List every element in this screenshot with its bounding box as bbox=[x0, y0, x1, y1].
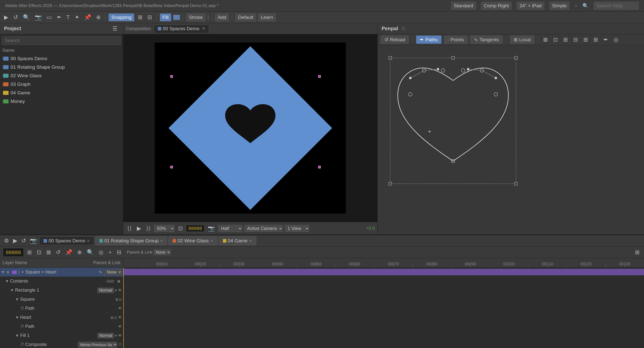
rect-tool-btn[interactable]: ▭ bbox=[45, 13, 53, 22]
timeline-settings-btn[interactable]: ⚙ bbox=[3, 237, 11, 245]
tangents-btn[interactable]: ∿ Tangents bbox=[470, 35, 503, 44]
layer-parent-select-0[interactable]: None bbox=[105, 269, 122, 275]
timeline-tab-1[interactable]: 01 Rotating Shape Group ✕ bbox=[95, 236, 168, 245]
align-left-icon-btn[interactable]: ⊠ bbox=[542, 35, 549, 44]
default-btn[interactable]: Default bbox=[235, 13, 256, 21]
timeline-tab-2[interactable]: 02 Wine Glass ✕ bbox=[168, 236, 218, 245]
align-right-icon-btn[interactable]: ⊞ bbox=[562, 35, 569, 44]
timeline-play-btn[interactable]: ▶ bbox=[12, 237, 19, 245]
view-count-select[interactable]: 1 View2 Views bbox=[285, 225, 309, 232]
standard-btn[interactable]: Standard bbox=[451, 2, 476, 10]
tl-ctrl-btn-2[interactable]: ⊡ bbox=[35, 248, 43, 257]
timeline-tab-0[interactable]: 00 Spaces Demo ✕ bbox=[39, 236, 94, 245]
frame-back-btn[interactable]: ⟨⟨ bbox=[126, 224, 133, 233]
project-item-03-graph[interactable]: 03 Graph bbox=[0, 80, 123, 89]
learn-btn[interactable]: Learn bbox=[258, 13, 276, 21]
project-menu-btn[interactable]: ☰ bbox=[111, 24, 119, 33]
pen-tool-btn[interactable]: ✒ bbox=[55, 13, 63, 22]
align-center-icon-btn[interactable]: ⊡ bbox=[552, 35, 559, 44]
layer-row-contents[interactable]: ▼ Contents Add: ⊕ bbox=[0, 277, 123, 286]
stroke-btn[interactable]: Stroke bbox=[186, 13, 206, 21]
distribute-v-icon-btn[interactable]: ⊞ bbox=[582, 35, 589, 44]
fit-to-window-btn[interactable]: ⊡ bbox=[177, 224, 184, 233]
project-item-00-spaces-demo[interactable]: 00 Spaces Demo bbox=[0, 54, 123, 63]
rect1-visibility[interactable]: 👁 bbox=[118, 288, 122, 293]
tl-ctrl-btn-5[interactable]: 📌 bbox=[64, 248, 74, 257]
tl-ctrl-btn-10[interactable]: ⊟ bbox=[115, 248, 123, 257]
simple-btn[interactable]: Simple bbox=[549, 2, 570, 10]
search-help-input[interactable] bbox=[594, 2, 639, 10]
frame-forward-btn[interactable]: ⟩⟩ bbox=[145, 224, 152, 233]
composite-stopwatch-2[interactable]: ⏱ bbox=[118, 342, 122, 347]
tl-ctrl-btn-8[interactable]: ◎ bbox=[97, 248, 105, 257]
fill-btn[interactable]: Fill bbox=[160, 13, 171, 21]
current-time-input[interactable]: 00000 bbox=[3, 248, 24, 257]
project-item-01-rotating[interactable]: 01 Rotating Shape Group bbox=[0, 63, 123, 71]
comp-right-btn[interactable]: Comp Right bbox=[481, 2, 512, 10]
path-stopwatch-0[interactable]: ⏱ bbox=[20, 306, 24, 311]
playhead[interactable] bbox=[123, 268, 124, 348]
local-btn[interactable]: ⊞ Local bbox=[510, 35, 534, 44]
project-item-04-game[interactable]: 04 Game bbox=[0, 89, 123, 97]
timeline-loop-btn[interactable]: ↺ bbox=[20, 237, 27, 245]
square-toggle[interactable]: ▼ bbox=[15, 297, 19, 302]
heart-visibility[interactable]: 👁 bbox=[118, 315, 122, 320]
play-btn[interactable]: ▶ bbox=[135, 224, 143, 233]
camera-icon-btn[interactable]: 📷 bbox=[206, 224, 216, 233]
fill1-visibility[interactable]: 👁 bbox=[118, 333, 122, 338]
zoom-select[interactable]: 50%100%25% bbox=[154, 225, 175, 232]
distribute-h-icon-btn[interactable]: ⊟ bbox=[572, 35, 579, 44]
grid-icon-btn[interactable]: ⊞ bbox=[592, 35, 599, 44]
reload-btn[interactable]: ↺ Reload bbox=[381, 35, 409, 44]
composite-select[interactable]: Below Previous Sa Normal bbox=[78, 342, 117, 347]
circle-icon-btn[interactable]: ◎ bbox=[612, 35, 620, 44]
tl-ctrl-btn-7[interactable]: 🔍 bbox=[85, 248, 95, 257]
layer-row-heart[interactable]: ▼ Heart ⊠ ⊡ 👁 bbox=[0, 313, 123, 322]
composite-stopwatch[interactable]: ⏱ bbox=[20, 342, 24, 347]
timeline-tab-close-2[interactable]: ✕ bbox=[210, 239, 213, 243]
layer-row-square-heart[interactable]: ▼ ★ 1 ✦ Square + Heart ✎ None bbox=[0, 268, 123, 277]
shape-tool-btn[interactable]: ✦ bbox=[73, 13, 81, 22]
layer-row-rect1[interactable]: ▼ Rectangle 1 Normal ▾ 👁 bbox=[0, 286, 123, 295]
roto-tool-btn[interactable]: ⊕ bbox=[95, 13, 102, 22]
tl-ctrl-btn-9[interactable]: + bbox=[107, 248, 113, 257]
comp-tab-00-spaces[interactable]: 00 Spaces Demo ✕ bbox=[154, 25, 209, 33]
path-stopwatch-1[interactable]: ⏱ bbox=[20, 324, 24, 329]
tl-ctrl-btn-3[interactable]: ⊠ bbox=[45, 248, 52, 257]
paths-btn[interactable]: ✒ Paths bbox=[416, 35, 441, 44]
layer-row-fill1[interactable]: ▼ Fill 1 Normal ▾ 👁 bbox=[0, 331, 123, 340]
layer-row-square-path[interactable]: ⏱ Path 👁 bbox=[0, 304, 123, 313]
layer-row-heart-path[interactable]: ⏱ Path 👁 bbox=[0, 322, 123, 331]
add-btn[interactable]: Add bbox=[215, 13, 229, 21]
tl-ctrl-btn-6[interactable]: ⊕ bbox=[76, 248, 83, 257]
fill1-blend-dropdown[interactable]: ▾ bbox=[115, 333, 117, 338]
ipad-btn[interactable]: 24" + iPad bbox=[517, 2, 544, 10]
fill-color-swatch[interactable] bbox=[173, 15, 180, 20]
fill1-toggle[interactable]: ▼ bbox=[15, 333, 19, 338]
pen-icon-btn[interactable]: ✒ bbox=[602, 35, 610, 44]
path-visibility-0[interactable]: 👁 bbox=[118, 306, 122, 311]
text-tool-btn[interactable]: T bbox=[65, 13, 71, 22]
snapping-icon-2[interactable]: ⊟ bbox=[146, 13, 153, 22]
timeline-camera-btn[interactable]: 📷 bbox=[28, 237, 38, 245]
project-item-02-wine-glass[interactable]: 02 Wine Glass bbox=[0, 71, 123, 80]
points-btn[interactable]: · Points bbox=[444, 36, 468, 44]
pin-tool-btn[interactable]: 📌 bbox=[83, 13, 93, 22]
current-time-display[interactable]: 00000 bbox=[186, 225, 204, 232]
timeline-tab-3[interactable]: 04 Game ✕ bbox=[219, 236, 256, 245]
layer-row-square[interactable]: ▼ Square ⊠ ⊡ bbox=[0, 295, 123, 304]
resolution-select[interactable]: HalfFullQuarter bbox=[218, 225, 242, 232]
zoom-tool-btn[interactable]: 🔍 bbox=[21, 13, 31, 22]
contents-add-btn[interactable]: ⊕ bbox=[116, 278, 122, 285]
tl-ctrl-btn-4[interactable]: ↺ bbox=[54, 248, 62, 257]
heart-toggle[interactable]: ▼ bbox=[15, 315, 19, 320]
layer-edit-btn-0[interactable]: ✎ bbox=[97, 269, 104, 276]
view-mode-select[interactable]: Active Camera bbox=[244, 225, 283, 232]
timeline-tab-close-1[interactable]: ✕ bbox=[160, 239, 163, 243]
rect1-blend-dropdown-icon[interactable]: ▾ bbox=[115, 288, 117, 293]
timeline-tab-close-3[interactable]: ✕ bbox=[249, 239, 252, 243]
parent-select-main[interactable]: None bbox=[153, 249, 171, 255]
path-visibility-1[interactable]: 👁 bbox=[118, 324, 122, 329]
snapping-btn[interactable]: Snapping bbox=[108, 13, 134, 21]
rotate-tool-btn[interactable]: ↺ bbox=[12, 13, 19, 22]
